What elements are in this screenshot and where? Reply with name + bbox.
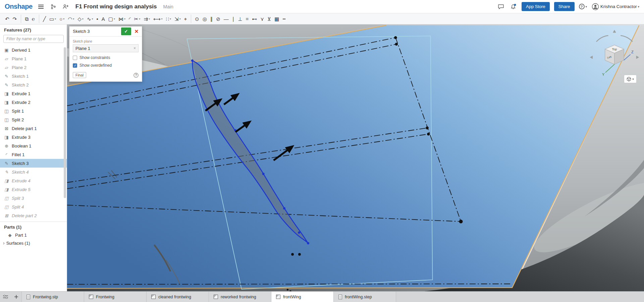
feature-item[interactable]: ◨ Extrude 2 (0, 98, 67, 107)
perpendicular-constraint-icon[interactable]: ⊥ (236, 14, 244, 23)
vertical-constraint-icon[interactable]: ∣ (230, 14, 236, 23)
rectangle-tool-icon[interactable]: ▭ ▾ (48, 14, 58, 23)
surfaces-section[interactable]: › Surfaces (1) (0, 239, 67, 247)
part-item[interactable]: ◆ Part 1 (0, 231, 67, 239)
show-overdefined-row[interactable]: Show overdefined (73, 63, 139, 68)
dropdown-caret-icon[interactable]: ▾ (139, 17, 140, 20)
document-tab[interactable]: frontWing (271, 292, 334, 302)
help-icon[interactable]: ? (579, 4, 585, 9)
show-overdefined-checkbox[interactable] (73, 63, 77, 68)
inspect-tool-icon[interactable]: ⌖ (182, 14, 189, 23)
feature-item[interactable]: ▱ Plane 2 (0, 63, 67, 72)
feature-list-scrollbar[interactable] (64, 47, 66, 198)
pattern-tool-icon[interactable]: ∷ ▾ (164, 14, 173, 23)
dropdown-caret-icon[interactable]: ▾ (170, 17, 171, 20)
document-tab[interactable]: frontWing.step (334, 292, 396, 302)
feature-item[interactable]: ◨ Extrude 5 (0, 185, 67, 194)
workspace-name[interactable]: Main (163, 4, 173, 9)
accept-button[interactable]: ✓ (121, 27, 131, 35)
feature-item[interactable]: ✎ Sketch 3 (0, 159, 67, 168)
text-tool-icon[interactable]: A (100, 14, 107, 23)
notifications-icon[interactable] (509, 3, 517, 11)
dropdown-caret-icon[interactable]: ▾ (92, 17, 93, 20)
dropdown-caret-icon[interactable]: ▾ (161, 17, 162, 20)
point-tool-icon[interactable]: • (95, 14, 100, 23)
feature-item[interactable]: ◫ Split 3 (0, 194, 67, 202)
feature-item[interactable]: ▣ Derived 1 (0, 46, 67, 54)
feature-item[interactable]: ⊠ Delete part 1 (0, 124, 67, 133)
circle-tool-icon[interactable]: ○ ▾ (58, 14, 66, 23)
collaboration-icon[interactable] (62, 3, 70, 11)
feature-item[interactable]: ◫ Split 4 (0, 202, 67, 211)
slot-tool-icon[interactable]: ▢ ▾ (107, 14, 117, 23)
tangent-constraint-icon[interactable]: ⊘ (214, 14, 222, 23)
dropdown-caret-icon[interactable]: ▾ (114, 17, 115, 20)
feature-item[interactable]: ◨ Extrude 4 (0, 176, 67, 185)
dropdown-caret-icon[interactable]: ▾ (55, 17, 56, 20)
final-button[interactable]: Final (73, 72, 86, 78)
app-store-button[interactable]: App Store (522, 2, 550, 11)
feature-item[interactable]: ◫ Split 2 (0, 115, 67, 124)
offset-tool-icon[interactable]: ⇉ ▾ (142, 14, 152, 23)
avatar[interactable] (591, 3, 599, 11)
concentric-constraint-icon[interactable]: ◎ (201, 14, 209, 23)
feature-item[interactable]: ▱ Plane 1 (0, 54, 67, 63)
feature-item[interactable]: ✎ Sketch 1 (0, 72, 67, 80)
export-dxf-icon[interactable]: ⇲ ▾ (173, 14, 182, 23)
help-menu[interactable]: ? ▾ (579, 4, 587, 9)
construction-toggle-icon[interactable]: ┅ (281, 14, 287, 23)
viewcube-top-label[interactable]: Top (612, 48, 617, 51)
parallel-constraint-icon[interactable]: ∥ (209, 14, 215, 23)
feature-filter-input[interactable] (3, 35, 64, 43)
dropdown-caret-icon[interactable]: ▾ (73, 17, 74, 20)
document-tab[interactable]: Frontwing.stp (22, 292, 84, 302)
feature-item[interactable]: ⊠ Delete part 2 (0, 211, 67, 220)
chevron-right-icon[interactable]: › (3, 241, 5, 245)
dropdown-caret-icon[interactable]: ▾ (63, 17, 64, 20)
onshape-logo[interactable]: Onshape (5, 3, 33, 10)
project-convert-icon[interactable]: ℮ (30, 14, 37, 23)
view-options-button[interactable]: ▾ (624, 75, 637, 83)
feature-item[interactable]: ◜ Fillet 1 (0, 150, 67, 159)
document-tab[interactable]: reworked frontwing (209, 292, 271, 302)
trim-tool-icon[interactable]: ✂ ▾ (132, 14, 142, 23)
feature-item[interactable]: ◨ Extrude 3 (0, 133, 67, 141)
pierce-constraint-icon[interactable]: ⊷ (250, 14, 259, 23)
versions-icon[interactable] (49, 3, 57, 11)
feature-item[interactable]: ✎ Sketch 2 (0, 80, 67, 89)
equal-constraint-icon[interactable]: = (244, 14, 250, 23)
clear-selection-icon[interactable]: × (133, 46, 136, 51)
redo-icon[interactable]: ↷ (11, 14, 19, 23)
document-tab[interactable]: cleaned frontwing (147, 292, 209, 302)
dialog-help-icon[interactable]: ? (133, 73, 139, 78)
arc-tool-icon[interactable]: ◠ ▾ (66, 14, 76, 23)
show-constraints-checkbox[interactable] (73, 56, 77, 60)
polygon-tool-icon[interactable]: ◇ ▾ (76, 14, 85, 23)
feature-item[interactable]: ◫ Split 1 (0, 107, 67, 115)
manage-tabs-icon[interactable] (0, 292, 11, 302)
dropdown-caret-icon[interactable]: ▾ (82, 17, 84, 20)
sketch-plane-field[interactable]: Plane 1 × (73, 44, 139, 52)
feature-item[interactable]: ✎ Sketch 4 (0, 168, 67, 176)
comments-icon[interactable] (497, 3, 505, 11)
copy-paste-icon[interactable]: ⧉ (21, 14, 30, 23)
undo-icon[interactable]: ↶ (3, 14, 11, 23)
spline-tool-icon[interactable]: ∿ ▾ (85, 14, 95, 23)
user-menu[interactable]: Krishna Contractor ▾ (591, 3, 639, 11)
mirror-tool-icon[interactable]: ⋈ ▾ (117, 14, 127, 23)
dropdown-caret-icon[interactable]: ▾ (124, 17, 125, 20)
fix-constraint-icon[interactable]: ▦ (273, 14, 281, 23)
share-button[interactable]: Share (554, 2, 575, 11)
feature-item[interactable]: ⊕ Boolean 1 (0, 141, 67, 150)
cancel-button[interactable]: ✕ (133, 27, 140, 35)
hamburger-menu-icon[interactable] (37, 3, 45, 11)
dimension-tool-icon[interactable]: ⟷ ▾ (152, 14, 164, 23)
show-constraints-row[interactable]: Show constraints (73, 55, 139, 60)
feature-item[interactable]: ◨ Extrude 1 (0, 89, 67, 98)
sketch-fillet-icon[interactable]: ◜ (127, 14, 132, 23)
horizontal-constraint-icon[interactable]: ― (222, 14, 230, 23)
line-tool-icon[interactable]: ╱ (39, 14, 48, 23)
coincident-constraint-icon[interactable]: ⊙ (191, 14, 201, 23)
dropdown-caret-icon[interactable]: ▾ (149, 17, 150, 20)
graphics-area[interactable]: Top Left Y Z ▾ (67, 24, 644, 291)
